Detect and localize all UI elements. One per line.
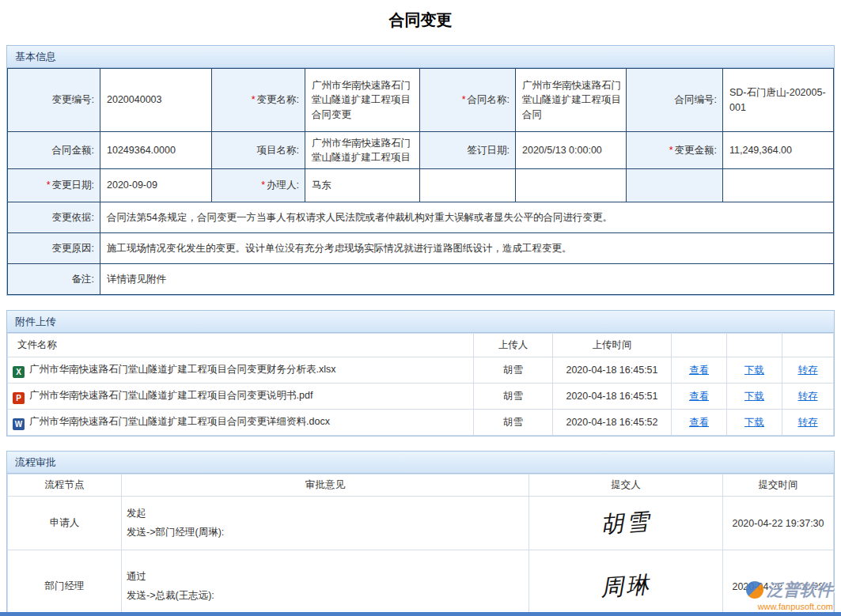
empty-cell [516,169,627,202]
upload-time-cell: 2020-04-18 16:45:52 [553,410,672,436]
approval-panel: 流程审批 流程节点 审批意见 提交人 提交时间 申请人 发起 发送->部门经理(… [6,451,835,616]
basic-info-row: *变更日期: 2020-09-09 *办理人: 马东 [8,169,834,202]
file-name-cell: P广州市华南快速路石门堂山隧道扩建工程项目合同变更说明书.pdf [8,384,474,410]
field-value-change-amount: 11,249,364.00 [723,132,834,169]
required-mark: * [47,180,51,191]
field-label-change-name: *变更名称: [212,69,305,132]
column-header-approval-opinion: 审批意见 [122,474,529,497]
file-name: 广州市华南快速路石门堂山隧道扩建工程项目合同变更说明书.pdf [29,390,313,401]
basic-info-row: 变更编号: 2020040003 *变更名称: 广州市华南快速路石门堂山隧道扩建… [8,69,834,132]
column-header-empty [727,334,782,357]
view-link[interactable]: 查看 [689,365,709,376]
column-header-uploader: 上传人 [474,334,553,357]
approval-opinion-cell: 通过 发送->总裁(王志远): [122,550,529,616]
basic-info-row: 变更原因: 施工现场情况变化发生的变更。设计单位没有充分考虑现场实际情况就进行道… [8,233,834,264]
required-mark: * [669,145,673,156]
attachments-panel: 附件上传 文件名称 上传人 上传时间 X广州市华南快速路石门堂山隧道扩建工程项目… [6,310,835,436]
approval-row: 部门经理 通过 发送->总裁(王志远): 周琳 2020-04-22 21:06… [8,550,834,616]
field-value-contract-number: SD-石门唐山-202005-001 [723,69,834,132]
field-value-contract-name: 广州市华南快速路石门堂山隧道扩建工程项目合同 [516,69,627,132]
field-label-contract-amount: 合同金额: [8,132,100,169]
transfer-link[interactable]: 转存 [798,391,818,402]
signature: 胡雪 [600,505,653,540]
basic-info-row: 变更依据: 合同法第54条规定，合同变更一方当事人有权请求人民法院或者仲裁机构对… [8,202,834,233]
field-value-change-basis: 合同法第54条规定，合同变更一方当事人有权请求人民法院或者仲裁机构对重大误解或者… [100,202,834,233]
opinion-route: 发送->总裁(王志远): [127,587,524,606]
field-value-remark: 详情请见附件 [100,264,834,295]
attachments-header-row: 文件名称 上传人 上传时间 [8,334,834,357]
watermark-url: www.fanpusoft.com [746,602,833,611]
attachment-row: W广州市华南快速路石门堂山隧道扩建工程项目合同变更详细资料.docx 胡雪 20… [8,410,834,436]
submitter-signature-cell: 周琳 [529,550,723,616]
field-label-remark: 备注: [8,264,100,295]
field-value-project-name: 广州市华南快速路石门堂山隧道扩建工程项目 [305,132,420,169]
submit-time-cell: 2020-04-22 19:37:30 [723,497,834,550]
opinion-action: 发起 [127,505,524,523]
file-name-cell: W广州市华南快速路石门堂山隧道扩建工程项目合同变更详细资料.docx [8,410,474,436]
column-header-upload-time: 上传时间 [553,334,672,357]
field-label-change-basis: 变更依据: [8,202,100,233]
uploader-cell: 胡雪 [474,410,553,436]
field-value-change-reason: 施工现场情况变化发生的变更。设计单位没有充分考虑现场实际情况就进行道路图纸设计，… [100,233,834,264]
file-name-cell: X广州市华南快速路石门堂山隧道扩建工程项目合同变更财务分析表.xlsx [8,357,474,384]
field-value-change-name: 广州市华南快速路石门堂山隧道扩建工程项目合同变更 [305,69,420,132]
field-label-handler: *办理人: [212,169,305,202]
excel-file-icon: X [13,366,25,378]
column-header-flow-node: 流程节点 [8,474,122,497]
watermark: 泛普软件 www.fanpusoft.com [746,579,833,611]
download-link[interactable]: 下载 [744,391,764,402]
word-file-icon: W [13,418,25,430]
field-label-change-reason: 变更原因: [8,233,100,264]
column-header-empty [782,334,834,357]
field-label-project-name: 项目名称: [212,132,305,169]
required-mark: * [252,94,256,105]
opinion-action: 通过 [127,568,524,587]
field-label-change-amount: *变更金额: [627,132,723,169]
field-value-handler: 马东 [305,169,420,202]
field-value-change-number: 2020040003 [100,69,212,132]
uploader-cell: 胡雪 [474,384,553,410]
contract-change-page: 合同变更 基本信息 变更编号: 2020040003 *变更名称: 广州市华南快… [0,0,841,616]
fanpu-logo-icon [746,581,763,599]
field-label-contract-number: 合同编号: [627,69,723,132]
approval-opinion-cell: 发起 发送->部门经理(周琳): [122,497,529,550]
field-label-contract-name: *合同名称: [420,69,516,132]
download-link[interactable]: 下载 [744,365,764,376]
approval-row: 申请人 发起 发送->部门经理(周琳): 胡雪 2020-04-22 19:37… [8,497,834,550]
field-value-contract-amount: 10249364.0000 [100,132,212,169]
required-mark: * [462,94,466,105]
basic-info-panel: 基本信息 变更编号: 2020040003 *变更名称: 广州市华南快速路石门堂… [6,45,835,296]
transfer-link[interactable]: 转存 [798,417,818,428]
basic-info-row: 备注: 详情请见附件 [8,264,834,295]
upload-time-cell: 2020-04-18 16:45:51 [553,384,672,410]
basic-info-table: 变更编号: 2020040003 *变更名称: 广州市华南快速路石门堂山隧道扩建… [7,68,834,295]
field-value-change-date: 2020-09-09 [100,169,212,202]
watermark-brand: 泛普软件 [767,579,833,601]
submitter-signature-cell: 胡雪 [529,497,723,550]
transfer-link[interactable]: 转存 [798,365,818,376]
basic-info-section-title: 基本信息 [7,46,834,68]
column-header-file-name: 文件名称 [8,334,474,357]
field-label-sign-date: 签订日期: [420,132,516,169]
column-header-empty [672,334,727,357]
field-label-change-number: 变更编号: [8,69,100,132]
attachment-row: P广州市华南快速路石门堂山隧道扩建工程项目合同变更说明书.pdf 胡雪 2020… [8,384,834,410]
field-label-change-date: *变更日期: [8,169,100,202]
empty-cell [420,169,516,202]
bottom-scroll-bar[interactable] [0,612,841,616]
view-link[interactable]: 查看 [689,417,709,428]
download-link[interactable]: 下载 [744,417,764,428]
empty-label-cell [627,169,723,202]
view-link[interactable]: 查看 [689,391,709,402]
signature: 周琳 [600,569,653,603]
flow-node-cell: 部门经理 [8,550,122,616]
required-mark: * [261,180,265,191]
attachment-row: X广州市华南快速路石门堂山隧道扩建工程项目合同变更财务分析表.xlsx 胡雪 2… [8,357,834,384]
approval-table: 流程节点 审批意见 提交人 提交时间 申请人 发起 发送->部门经理(周琳): … [7,474,834,616]
attachments-section-title: 附件上传 [7,311,834,333]
flow-node-cell: 申请人 [8,497,122,550]
page-title: 合同变更 [6,5,835,45]
basic-info-row: 合同金额: 10249364.0000 项目名称: 广州市华南快速路石门堂山隧道… [8,132,834,169]
approval-header-row: 流程节点 审批意见 提交人 提交时间 [8,474,834,497]
empty-cell [723,169,834,202]
